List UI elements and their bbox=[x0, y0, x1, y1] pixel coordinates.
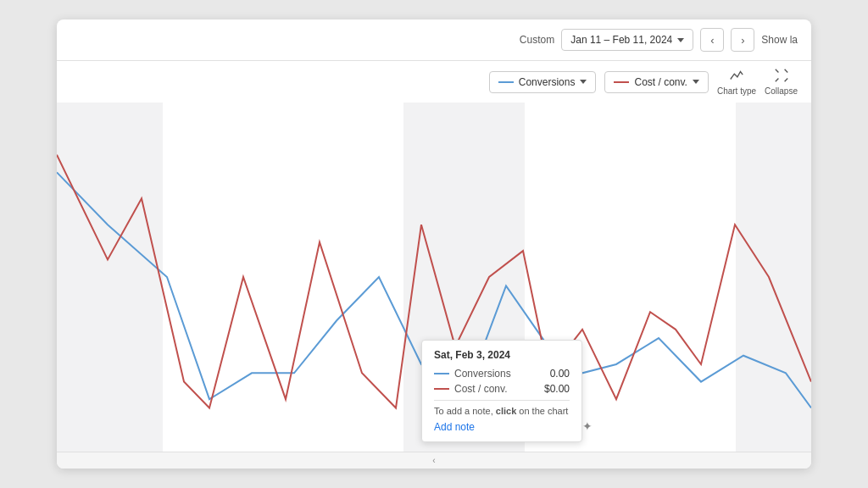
conversions-button[interactable]: Conversions bbox=[489, 71, 597, 93]
tooltip-conversions-value: 0.00 bbox=[550, 368, 570, 380]
svg-line-3 bbox=[784, 79, 787, 82]
chart-type-label: Chart type bbox=[717, 86, 756, 96]
date-range-button[interactable]: Jan 11 – Feb 11, 2024 bbox=[561, 29, 693, 51]
tooltip-conversions-label: Conversions bbox=[454, 368, 511, 380]
date-range-text: Jan 11 – Feb 11, 2024 bbox=[570, 34, 672, 46]
scroll-arrow[interactable]: ‹ bbox=[432, 456, 435, 465]
main-card: Custom Jan 11 – Feb 11, 2024 ‹ › Show la… bbox=[57, 19, 811, 469]
next-button[interactable]: › bbox=[731, 28, 754, 52]
tooltip-cost-label: Cost / conv. bbox=[454, 383, 507, 395]
cost-conv-chevron-icon bbox=[693, 80, 699, 84]
chart-type-icon bbox=[729, 68, 744, 85]
collapse-group[interactable]: Collapse bbox=[765, 68, 798, 96]
header: Custom Jan 11 – Feb 11, 2024 ‹ › Show la bbox=[57, 19, 811, 61]
collapse-label: Collapse bbox=[765, 86, 798, 96]
tooltip-date: Sat, Feb 3, 2024 bbox=[434, 349, 570, 361]
tooltip-divider bbox=[434, 400, 570, 401]
svg-line-0 bbox=[775, 69, 778, 73]
tooltip-conversions-icon bbox=[434, 373, 449, 374]
conversions-label: Conversions bbox=[519, 76, 576, 88]
toolbar: Conversions Cost / conv. Chart type Coll… bbox=[57, 61, 811, 103]
cost-conv-line-icon bbox=[614, 81, 629, 83]
collapse-icon bbox=[774, 68, 789, 85]
tooltip-row-cost: Cost / conv. $0.00 bbox=[434, 383, 570, 395]
cursor-indicator: ✦ bbox=[582, 419, 593, 433]
tooltip-note: To add a note, click on the chart bbox=[434, 406, 570, 416]
chevron-down-icon bbox=[677, 38, 684, 42]
chart-area[interactable]: Sat, Feb 3, 2024 Conversions 0.00 Cost /… bbox=[57, 103, 811, 452]
tooltip-row-conversions: Conversions 0.00 bbox=[434, 368, 570, 380]
tooltip-cost-icon bbox=[434, 388, 449, 390]
cost-conv-button[interactable]: Cost / conv. bbox=[604, 71, 708, 93]
custom-label: Custom bbox=[520, 34, 554, 46]
show-label: Show la bbox=[761, 34, 798, 46]
chart-type-group[interactable]: Chart type bbox=[717, 68, 756, 96]
conversions-line-icon bbox=[498, 81, 514, 83]
svg-line-1 bbox=[784, 69, 787, 73]
cost-conv-label: Cost / conv. bbox=[634, 76, 687, 88]
prev-button[interactable]: ‹ bbox=[700, 28, 724, 52]
tooltip-metric-cost: Cost / conv. bbox=[434, 383, 507, 395]
tooltip-cost-value: $0.00 bbox=[544, 383, 570, 395]
conversions-chevron-icon bbox=[580, 80, 587, 84]
tooltip-metric-conversions: Conversions bbox=[434, 368, 511, 380]
bottom-bar: ‹ bbox=[57, 452, 811, 469]
tooltip: Sat, Feb 3, 2024 Conversions 0.00 Cost /… bbox=[421, 340, 582, 442]
svg-line-2 bbox=[775, 79, 778, 82]
add-note-button[interactable]: Add note bbox=[434, 421, 475, 433]
